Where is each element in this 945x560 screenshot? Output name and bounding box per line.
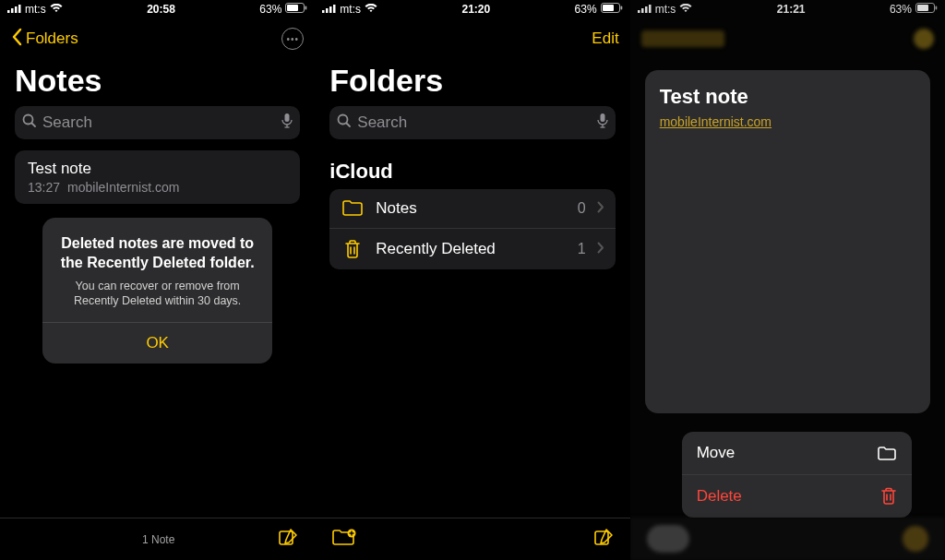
mic-icon[interactable] bbox=[597, 113, 608, 133]
compose-button[interactable] bbox=[278, 528, 298, 551]
nav-bar: Edit bbox=[315, 18, 629, 59]
status-bar: mt:s 21:21 63% bbox=[630, 0, 945, 18]
search-field[interactable]: Search bbox=[329, 106, 615, 139]
svg-line-8 bbox=[32, 124, 36, 127]
status-time: 21:20 bbox=[461, 3, 490, 16]
search-field[interactable]: Search bbox=[15, 106, 300, 139]
battery-icon bbox=[601, 3, 623, 16]
screen-folders: mt:s 21:20 63% Edit Folders Search iClou… bbox=[315, 0, 629, 560]
signal-icon bbox=[7, 3, 21, 16]
status-time: 21:21 bbox=[777, 3, 806, 16]
trash-icon bbox=[880, 487, 897, 506]
alert-title: Deleted notes are moved to the Recently … bbox=[59, 234, 256, 273]
menu-move[interactable]: Move bbox=[682, 432, 912, 474]
back-label: Folders bbox=[26, 30, 78, 48]
note-preview-card[interactable]: Test note mobileInternist.com bbox=[645, 70, 930, 413]
search-placeholder: Search bbox=[357, 113, 591, 132]
screen-notes-list: mt:s 20:58 63% Folders ••• Notes bbox=[0, 0, 315, 560]
status-bar: mt:s 21:20 63% bbox=[315, 0, 629, 18]
battery-icon bbox=[285, 3, 307, 16]
svg-rect-22 bbox=[600, 113, 604, 122]
note-time: 13:27 bbox=[28, 180, 60, 195]
alert-ok-button[interactable]: OK bbox=[42, 323, 272, 363]
battery-icon bbox=[915, 3, 938, 16]
signal-icon bbox=[322, 3, 336, 16]
bottom-toolbar: 1 Note bbox=[0, 518, 315, 560]
ellipsis-icon: ••• bbox=[287, 34, 300, 44]
carrier-label: mt:s bbox=[655, 3, 676, 16]
blurred-toolbar bbox=[630, 518, 945, 560]
chevron-right-icon bbox=[597, 199, 604, 218]
compose-icon bbox=[593, 528, 614, 551]
edit-button[interactable]: Edit bbox=[592, 30, 618, 48]
svg-rect-32 bbox=[649, 5, 652, 13]
chevron-right-icon bbox=[597, 240, 604, 258]
carrier-label: mt:s bbox=[340, 3, 361, 16]
svg-rect-18 bbox=[603, 5, 614, 11]
note-row[interactable]: Test note 13:27 mobileInternist.com bbox=[15, 150, 300, 204]
preview-title: Test note bbox=[660, 85, 915, 109]
menu-delete[interactable]: Delete bbox=[682, 474, 912, 518]
new-folder-icon bbox=[331, 528, 357, 551]
svg-rect-19 bbox=[620, 6, 622, 10]
svg-rect-6 bbox=[305, 6, 307, 10]
alert-dialog: Deleted notes are moved to the Recently … bbox=[42, 218, 272, 363]
svg-rect-2 bbox=[15, 6, 18, 13]
note-title: Test note bbox=[28, 160, 287, 178]
more-button[interactable]: ••• bbox=[281, 28, 304, 50]
svg-rect-16 bbox=[333, 5, 336, 13]
page-title: Notes bbox=[0, 59, 315, 106]
folder-label: Notes bbox=[376, 199, 566, 218]
note-preview: mobileInternist.com bbox=[67, 180, 179, 195]
folder-row-notes[interactable]: Notes 0 bbox=[329, 189, 615, 228]
svg-rect-9 bbox=[285, 113, 290, 122]
svg-line-21 bbox=[347, 124, 351, 127]
alert-subtitle: You can recover or remove from Recently … bbox=[59, 279, 256, 310]
status-bar: mt:s 20:58 63% bbox=[0, 0, 315, 18]
chevron-left-icon bbox=[11, 28, 22, 51]
signal-icon bbox=[638, 3, 652, 16]
back-button[interactable]: Folders bbox=[11, 28, 78, 51]
battery-percent: 63% bbox=[575, 3, 597, 16]
search-icon bbox=[337, 113, 352, 132]
folder-icon bbox=[341, 200, 365, 217]
bottom-toolbar bbox=[315, 518, 629, 560]
svg-rect-3 bbox=[18, 5, 21, 13]
trash-icon bbox=[341, 239, 365, 259]
carrier-label: mt:s bbox=[25, 3, 46, 16]
section-header-icloud: iCloud bbox=[315, 150, 629, 189]
svg-rect-13 bbox=[322, 10, 325, 13]
folder-count: 0 bbox=[578, 200, 586, 217]
new-folder-button[interactable] bbox=[331, 528, 357, 551]
screen-note-preview-menu: mt:s 21:21 63% Test note mobileInternist… bbox=[630, 0, 945, 560]
svg-rect-29 bbox=[638, 10, 640, 13]
status-time: 20:58 bbox=[147, 3, 175, 16]
svg-rect-5 bbox=[287, 5, 298, 11]
svg-rect-1 bbox=[11, 8, 14, 13]
svg-rect-34 bbox=[917, 5, 928, 11]
blurred-nav bbox=[630, 18, 945, 59]
svg-rect-35 bbox=[935, 6, 937, 10]
wifi-icon bbox=[365, 3, 377, 16]
compose-icon bbox=[278, 528, 298, 551]
wifi-icon bbox=[50, 3, 63, 16]
wifi-icon bbox=[679, 3, 692, 16]
preview-link: mobileInternist.com bbox=[660, 114, 915, 129]
mic-icon[interactable] bbox=[281, 113, 293, 133]
folder-icon bbox=[877, 446, 897, 461]
folder-list: Notes 0 Recently Deleted 1 bbox=[329, 189, 615, 269]
search-icon bbox=[22, 113, 37, 132]
folder-label: Recently Deleted bbox=[376, 240, 566, 258]
menu-move-label: Move bbox=[697, 444, 736, 462]
battery-percent: 63% bbox=[259, 3, 281, 16]
compose-button[interactable] bbox=[593, 528, 614, 551]
folder-row-recently-deleted[interactable]: Recently Deleted 1 bbox=[329, 228, 615, 269]
menu-delete-label: Delete bbox=[697, 487, 742, 506]
search-placeholder: Search bbox=[42, 113, 276, 132]
page-title: Folders bbox=[315, 59, 629, 106]
nav-bar: Folders ••• bbox=[0, 18, 315, 59]
svg-rect-14 bbox=[326, 8, 329, 13]
context-menu: Move Delete bbox=[682, 432, 912, 518]
folder-count: 1 bbox=[578, 241, 586, 257]
svg-rect-30 bbox=[641, 8, 644, 13]
